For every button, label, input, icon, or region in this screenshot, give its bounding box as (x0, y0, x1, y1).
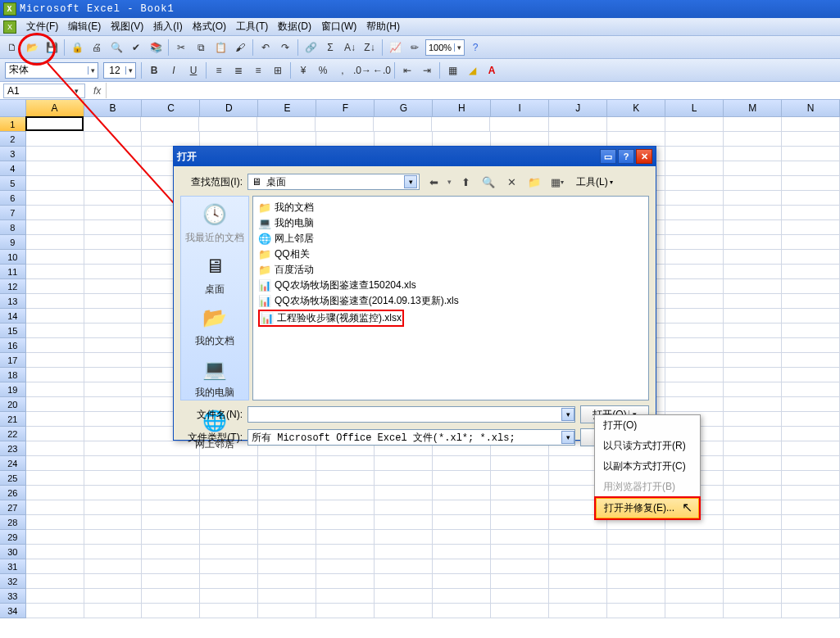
cell[interactable] (258, 545, 316, 559)
cell[interactable] (258, 530, 316, 545)
cell[interactable] (26, 309, 84, 324)
row-header[interactable]: 7 (0, 206, 26, 220)
cell[interactable] (665, 235, 724, 250)
cell[interactable] (549, 530, 607, 545)
row-header[interactable]: 1 (0, 117, 26, 132)
cell[interactable] (375, 456, 433, 471)
cell[interactable] (374, 117, 432, 132)
print-button[interactable]: 🖨 (88, 38, 106, 57)
cell[interactable] (84, 147, 143, 161)
cell[interactable] (782, 368, 840, 382)
cell[interactable] (724, 500, 782, 515)
cell[interactable] (491, 132, 549, 147)
cell[interactable] (26, 176, 84, 191)
col-header-A[interactable]: A (26, 100, 84, 116)
cell[interactable] (84, 559, 143, 574)
place-item[interactable]: 🖥桌面 (184, 251, 246, 296)
cell[interactable] (26, 545, 84, 559)
delete-button[interactable]: ✕ (502, 173, 520, 191)
menu-file[interactable]: 文件(F) (21, 18, 63, 35)
menu-window[interactable]: 窗口(W) (316, 18, 361, 35)
cell[interactable] (491, 589, 549, 604)
cell[interactable] (665, 161, 724, 176)
cell[interactable] (491, 559, 549, 574)
cell[interactable] (26, 604, 84, 618)
sort-desc-button[interactable]: Z↓ (361, 38, 379, 57)
cell[interactable] (258, 132, 316, 147)
cell[interactable] (84, 235, 143, 250)
cell[interactable] (26, 338, 84, 353)
paste-button[interactable]: 📋 (211, 38, 229, 57)
cell[interactable] (84, 486, 143, 500)
cell[interactable] (724, 515, 782, 530)
col-header-G[interactable]: G (375, 100, 433, 116)
row-header[interactable]: 12 (0, 279, 26, 294)
cell[interactable] (316, 604, 375, 618)
cell[interactable] (665, 545, 724, 559)
sort-asc-button[interactable]: A↓ (341, 38, 359, 57)
menu-help[interactable]: 帮助(H) (361, 18, 405, 35)
cell[interactable] (782, 161, 840, 176)
align-left-button[interactable]: ≡ (210, 61, 228, 79)
cell[interactable] (257, 117, 316, 132)
cell[interactable] (491, 500, 549, 515)
cell[interactable] (142, 132, 200, 147)
italic-button[interactable]: I (165, 61, 183, 79)
cell[interactable] (491, 530, 549, 545)
place-item[interactable]: 🕓我最近的文档 (184, 200, 246, 245)
cell[interactable] (665, 250, 724, 265)
cell[interactable] (26, 530, 84, 545)
cell[interactable] (258, 515, 316, 530)
cell[interactable] (84, 397, 143, 412)
row-header[interactable]: 28 (0, 515, 26, 530)
cell[interactable] (26, 500, 84, 515)
cell[interactable] (433, 589, 491, 604)
cell[interactable] (724, 427, 782, 441)
cell[interactable] (258, 589, 316, 604)
cell[interactable] (607, 604, 665, 618)
cell[interactable] (607, 559, 665, 574)
cell[interactable] (258, 559, 316, 574)
cell[interactable] (26, 353, 84, 368)
cell[interactable] (84, 294, 143, 309)
cell[interactable] (316, 500, 375, 515)
col-header-L[interactable]: L (665, 100, 724, 116)
row-header[interactable]: 6 (0, 191, 26, 206)
help-button[interactable]: ? (466, 38, 484, 57)
undo-button[interactable]: ↶ (257, 38, 275, 57)
col-header-M[interactable]: M (724, 100, 782, 116)
cell[interactable] (782, 559, 840, 574)
cell[interactable] (84, 471, 143, 486)
cell[interactable] (782, 353, 840, 368)
cell[interactable] (142, 604, 200, 618)
cell[interactable] (607, 574, 665, 589)
cell[interactable] (258, 604, 316, 618)
cell[interactable] (26, 427, 84, 441)
row-header[interactable]: 34 (0, 604, 26, 618)
col-header-N[interactable]: N (782, 100, 840, 116)
cell[interactable] (199, 117, 257, 132)
file-item[interactable]: 📁百度活动 (257, 262, 645, 278)
cell[interactable] (782, 235, 840, 250)
row-header[interactable]: 19 (0, 382, 26, 397)
cell[interactable] (433, 132, 491, 147)
drawing-button[interactable]: ✏ (406, 38, 424, 57)
font-size-dropdown-icon[interactable]: ▾ (125, 66, 135, 75)
cell[interactable] (200, 456, 258, 471)
cell[interactable] (375, 132, 433, 147)
col-header-J[interactable]: J (549, 100, 607, 116)
cell[interactable] (200, 515, 258, 530)
cell[interactable] (84, 604, 143, 618)
cell[interactable] (200, 132, 258, 147)
file-item[interactable]: 🌐网上邻居 (257, 231, 645, 247)
menu-format[interactable]: 格式(O) (188, 18, 231, 35)
cell[interactable] (782, 324, 840, 338)
cell[interactable] (782, 574, 840, 589)
cell[interactable] (549, 559, 607, 574)
ctx-item[interactable]: 打开(O) (595, 415, 700, 436)
menu-tools[interactable]: 工具(T) (231, 18, 273, 35)
back-button[interactable]: ⬅ (425, 173, 443, 191)
cell[interactable] (84, 545, 143, 559)
cell[interactable] (84, 161, 143, 176)
up-button[interactable]: ⬆ (456, 173, 474, 191)
